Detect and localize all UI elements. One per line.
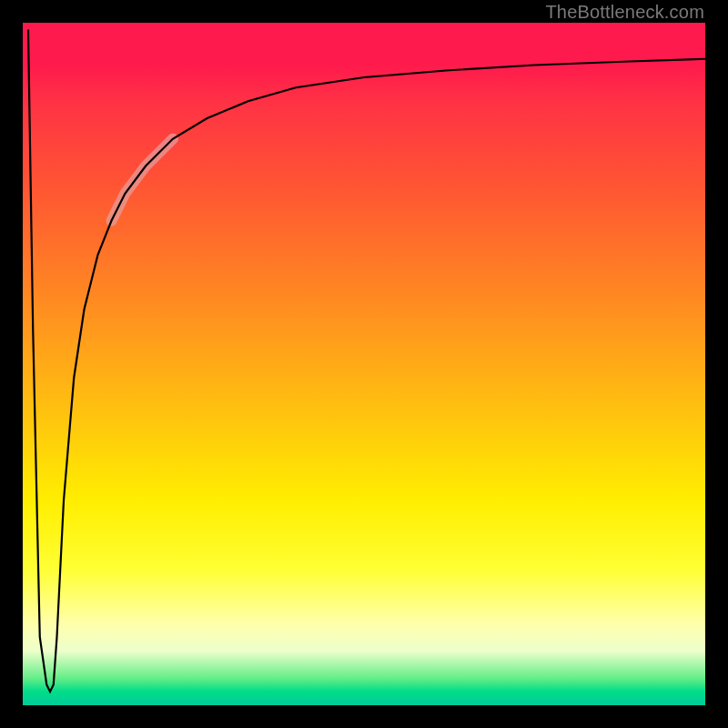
curve-layer [23, 23, 705, 705]
watermark-text: TheBottleneck.com [545, 2, 704, 23]
chart-frame: TheBottleneck.com [0, 0, 728, 728]
curve-highlight-segment [112, 139, 174, 221]
plot-area [23, 23, 705, 705]
bottleneck-curve [28, 30, 705, 693]
